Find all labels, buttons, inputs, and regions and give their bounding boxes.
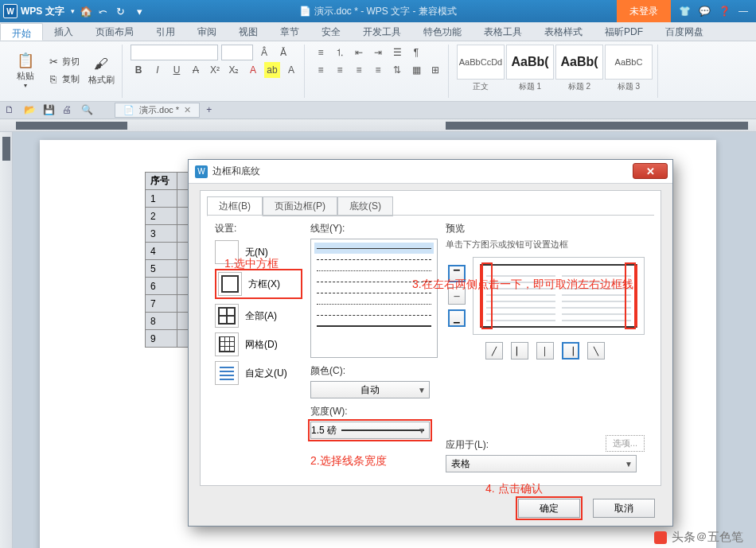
- color-combo[interactable]: 自动▼: [310, 381, 430, 398]
- tab-chapter[interactable]: 章节: [269, 22, 310, 41]
- align-right-button[interactable]: ≡: [351, 62, 367, 78]
- minimize-icon[interactable]: —: [738, 6, 748, 17]
- align-justify-button[interactable]: ≡: [370, 62, 386, 78]
- qat-more-dropdown[interactable]: ▾: [134, 5, 146, 17]
- horizontal-ruler[interactable]: [0, 119, 756, 132]
- edge-diag2-button[interactable]: ╲: [587, 342, 605, 360]
- indent-dec-button[interactable]: ⇤: [351, 45, 367, 60]
- numbering-button[interactable]: ⒈: [332, 45, 348, 60]
- sb-save-icon[interactable]: 💾: [43, 104, 56, 117]
- help-icon[interactable]: ❓: [719, 6, 731, 17]
- strikethrough-button[interactable]: A: [188, 62, 204, 78]
- preview-canvas[interactable]: [473, 257, 645, 335]
- style-normal[interactable]: AaBbCcDd: [457, 45, 505, 80]
- copy-button[interactable]: ⎘复制: [45, 71, 82, 87]
- font-name-combo[interactable]: [131, 45, 218, 60]
- font-size-combo[interactable]: [221, 45, 253, 60]
- color-label: 颜色(C):: [310, 364, 438, 378]
- format-painter-button[interactable]: 🖌格式刷: [85, 45, 117, 95]
- qat-undo-icon[interactable]: ⤺: [97, 5, 110, 17]
- sb-print-icon[interactable]: 🖨: [62, 104, 75, 117]
- style-h2[interactable]: AaBb(: [555, 45, 603, 80]
- secondary-toolbar: 🗋 📂 💾 🖨 🔍 📄 演示.doc * ✕ +: [0, 102, 756, 119]
- bold-button[interactable]: B: [131, 62, 146, 78]
- chat-icon[interactable]: 💬: [699, 6, 711, 17]
- tab-view[interactable]: 视图: [228, 22, 269, 41]
- setting-all[interactable]: 全部(A): [215, 304, 302, 328]
- linestyle-listbox[interactable]: [310, 239, 438, 358]
- qat-redo-icon[interactable]: ↻: [115, 5, 127, 17]
- tab-baidu[interactable]: 百度网盘: [654, 22, 715, 41]
- app-menu-dropdown[interactable]: ▾: [71, 7, 75, 15]
- bullets-button[interactable]: ≡: [313, 45, 329, 60]
- document-tab[interactable]: 📄 演示.doc * ✕: [115, 103, 200, 118]
- doc-tab-close-icon[interactable]: ✕: [184, 105, 191, 115]
- sb-open-icon[interactable]: 📂: [24, 104, 37, 117]
- subscript-button[interactable]: X₂: [226, 62, 242, 78]
- char-border-button[interactable]: A: [283, 62, 299, 78]
- app-logo[interactable]: W: [3, 4, 18, 18]
- tab-devtools[interactable]: 开发工具: [352, 22, 412, 41]
- dlg-tab-shading[interactable]: 底纹(S): [337, 196, 393, 216]
- sb-new-icon[interactable]: 🗋: [5, 104, 18, 117]
- sort-button[interactable]: ☰: [389, 45, 405, 60]
- font-color-button[interactable]: A: [245, 62, 261, 78]
- edge-right-button[interactable]: ▕: [562, 342, 579, 360]
- setting-grid[interactable]: 网格(D): [215, 332, 302, 356]
- highlight-button[interactable]: ab: [264, 62, 280, 78]
- tab-insert[interactable]: 插入: [43, 22, 84, 41]
- style-h1[interactable]: AaBb(: [506, 45, 554, 80]
- options-button[interactable]: 选项...: [606, 435, 645, 452]
- tab-start[interactable]: 开始: [0, 23, 43, 41]
- align-left-button[interactable]: ≡: [313, 62, 329, 78]
- edge-left-button[interactable]: ▏: [511, 342, 528, 360]
- borders-button[interactable]: ⊞: [427, 62, 443, 78]
- superscript-button[interactable]: X²: [207, 62, 223, 78]
- decrease-font-icon[interactable]: Ǎ: [275, 45, 291, 60]
- settings-section: 设置: 无(N) 方框(X) 全部(A) 网格(D) 自定义(U): [215, 222, 302, 390]
- dlg-tab-page-borders[interactable]: 页面边框(P): [263, 196, 337, 216]
- skin-icon[interactable]: 👕: [679, 6, 691, 17]
- style-h3[interactable]: AaBbC: [605, 45, 653, 80]
- indent-inc-button[interactable]: ⇥: [370, 45, 386, 60]
- tab-special[interactable]: 特色功能: [412, 22, 473, 41]
- tab-tablestyle[interactable]: 表格样式: [533, 22, 594, 41]
- line-spacing-button[interactable]: ⇅: [389, 62, 405, 78]
- login-button[interactable]: 未登录: [617, 0, 671, 22]
- paragraph-button[interactable]: ¶: [408, 45, 424, 60]
- edge-vmid-button[interactable]: │: [536, 342, 554, 360]
- dialog-tabs: 边框(B) 页面边框(P) 底纹(S): [201, 191, 661, 216]
- tab-foxit[interactable]: 福昕PDF: [594, 22, 654, 41]
- setting-custom[interactable]: 自定义(U): [215, 361, 302, 385]
- tab-tabletools[interactable]: 表格工具: [473, 22, 533, 41]
- tab-references[interactable]: 引用: [145, 22, 186, 41]
- linestyle-section: 线型(Y): 颜色(C): 自动▼ 宽度(W): 1.: [310, 222, 438, 439]
- underline-button[interactable]: U: [169, 62, 185, 78]
- align-center-button[interactable]: ≡: [332, 62, 348, 78]
- tab-security[interactable]: 安全: [310, 22, 352, 41]
- new-tab-button[interactable]: +: [206, 104, 219, 117]
- cut-button[interactable]: ✂剪切: [45, 53, 82, 69]
- width-combo[interactable]: 1.5 磅▼: [310, 422, 430, 439]
- ok-button[interactable]: 确定: [518, 499, 580, 518]
- vertical-ruler[interactable]: [0, 132, 13, 548]
- qat-home-icon[interactable]: 🏠: [80, 5, 92, 17]
- setting-box[interactable]: 方框(X): [215, 269, 302, 299]
- shading-button[interactable]: ▦: [408, 62, 424, 78]
- apply-combo[interactable]: 表格▼: [446, 455, 637, 472]
- dialog-titlebar[interactable]: W 边框和底纹 ✕: [189, 160, 672, 184]
- dialog-close-button[interactable]: ✕: [633, 163, 668, 179]
- tab-pagelayout[interactable]: 页面布局: [84, 22, 145, 41]
- cancel-button[interactable]: 取消: [593, 499, 655, 518]
- edge-bottom-button[interactable]: ▁: [448, 309, 466, 327]
- italic-button[interactable]: I: [150, 62, 166, 78]
- col-header-seq[interactable]: 序号: [146, 173, 177, 190]
- sb-preview-icon[interactable]: 🔍: [81, 104, 94, 117]
- edge-diag1-button[interactable]: ╱: [485, 342, 503, 360]
- paste-button[interactable]: 📋粘贴▾: [10, 45, 41, 95]
- increase-font-icon[interactable]: Â: [256, 45, 272, 60]
- style-gallery[interactable]: AaBbCcDd正文 AaBb(标题 1 AaBb(标题 2 AaBbC标题 3: [457, 45, 653, 92]
- tab-review[interactable]: 审阅: [186, 22, 228, 41]
- annotation-4: 4. 点击确认: [485, 482, 543, 496]
- dlg-tab-borders[interactable]: 边框(B): [207, 196, 263, 216]
